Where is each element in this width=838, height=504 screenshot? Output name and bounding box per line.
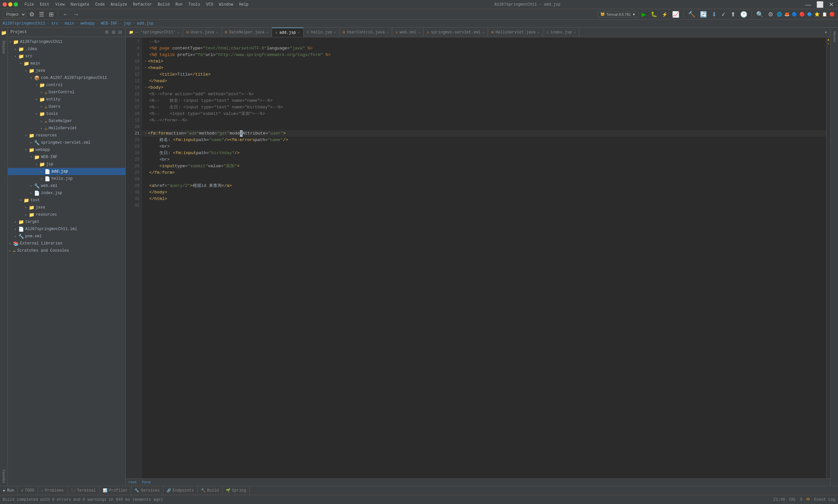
bc-webapp[interactable]: webapp (81, 21, 95, 26)
tab-datehelper[interactable]: D DateHelper.java ✕ (221, 28, 272, 37)
tab-close-springmvc[interactable]: ✕ (177, 31, 179, 34)
tree-item-web-xml[interactable]: ▸🔧web.xml (8, 182, 125, 190)
event-log-btn[interactable]: Event Log (814, 498, 835, 502)
code-line-28[interactable] (142, 176, 826, 183)
sidebar-layout-btn[interactable]: ⊞ (111, 29, 116, 35)
code-line-20[interactable] (142, 124, 826, 130)
menu-view[interactable]: View (53, 0, 68, 9)
tree-item-jsp[interactable]: ▾📁jsp (8, 161, 125, 168)
tree-item-tools[interactable]: ▾📁tools (8, 110, 125, 118)
code-line-29[interactable]: <a href="query/2">根据id 来查询</a> (142, 183, 826, 189)
bc-main[interactable]: main (65, 21, 74, 26)
bottom-tab-profiler[interactable]: 📊 Profiler (100, 486, 131, 495)
tree-item-webapp[interactable]: ▾📁webapp (8, 146, 125, 154)
menu-code[interactable]: Code (93, 0, 107, 9)
code-line-31[interactable]: </html> (142, 196, 826, 202)
tree-item-ext-libs[interactable]: ▸📚External Libraries (8, 240, 125, 247)
bottom-tab-run[interactable]: ▶ Run (0, 486, 18, 495)
tree-item-idea[interactable]: ▸📁.idea (8, 46, 125, 53)
favorites-panel-btn[interactable]: Favorites (2, 468, 5, 484)
tree-item-index-jsp[interactable]: ▸📄index.jsp (8, 190, 125, 197)
code-line-32[interactable] (142, 202, 826, 209)
warning-indicator[interactable]: ▲ (827, 38, 829, 41)
tree-item-resources[interactable]: ▾📁resources (8, 132, 125, 139)
icon-star[interactable]: ⭐ (814, 11, 820, 18)
bc-webinf[interactable]: WEB-INF (101, 21, 117, 26)
menu-navigate[interactable]: Navigate (68, 0, 92, 9)
window-controls[interactable] (3, 2, 18, 6)
status-position[interactable]: 21:40 (773, 498, 785, 502)
tree-item-src[interactable]: ▾📁src (8, 53, 125, 60)
restore-window[interactable]: ⬜ (815, 1, 825, 8)
code-line-9[interactable]: <%@ taglib prefix="fm" uri="http://www.s… (142, 52, 826, 58)
debug-btn[interactable]: 🐛 (649, 11, 659, 18)
tab-close-indexjsp[interactable]: ✕ (574, 31, 576, 34)
maximize-button[interactable] (14, 2, 18, 6)
code-line-22[interactable]: 姓名: <fm:input path="name"/><fm:errors pa… (142, 137, 826, 143)
bc-src[interactable]: src (51, 21, 58, 26)
close-button[interactable] (3, 2, 7, 6)
tab-webxml[interactable]: x web.xml ✕ (392, 28, 424, 37)
code-line-15[interactable]: <%--<form action="add" method="post">--%… (142, 91, 826, 97)
tab-close-helloservlet[interactable]: ✕ (537, 31, 539, 34)
history-btn[interactable]: 🕐 (738, 11, 749, 18)
build-btn[interactable]: 🔨 (687, 11, 697, 18)
push-btn[interactable]: ⬆ (729, 11, 737, 18)
toolbar-settings[interactable]: ⚙ (28, 11, 36, 18)
code-line-16[interactable]: <%-- 姓名: <input type="text" name="name">… (142, 97, 826, 104)
maven-label[interactable]: Maven (833, 29, 836, 45)
tab-springmvc[interactable]: 📁 — 'springmvcCh11' ✕ (126, 28, 183, 37)
code-line-30[interactable]: </body> (142, 189, 826, 196)
icon-opera[interactable]: 🔴 (799, 11, 805, 18)
code-line-11[interactable]: ▾<head> (142, 65, 826, 71)
tree-item-HelloServlet[interactable]: ▸☕HelloServlet (8, 125, 125, 132)
menu-run[interactable]: Run (173, 0, 185, 9)
structure-panel-btn[interactable]: Structure (2, 39, 5, 55)
code-line-24[interactable]: 生日: <fm:input path="birthday"/> (142, 150, 826, 157)
tab-close-hellojsp[interactable]: ✕ (334, 31, 336, 34)
code-line-13[interactable]: </head> (142, 78, 826, 85)
bottom-tab-todo[interactable]: # TODO (18, 486, 38, 495)
toolbar-view[interactable]: ⊞ (47, 11, 55, 18)
tab-close-usercontrol[interactable]: ✕ (387, 31, 389, 34)
editor-code[interactable]: --%><%@ page contentType="text/html;char… (142, 37, 826, 479)
bottom-tab-endpoints[interactable]: 🔗 Endpoints (163, 486, 198, 495)
tab-close-webxml[interactable]: ✕ (418, 31, 420, 34)
code-line-12[interactable]: <title>Title</title> (142, 71, 826, 78)
tab-close-datehelper[interactable]: ✕ (266, 31, 268, 34)
tab-helloservlet[interactable]: H HelloServlet.java ✕ (488, 28, 543, 37)
tree-item-main[interactable]: ▾📁main (8, 60, 125, 67)
tree-item-pom[interactable]: ▸🔧pom.xml (8, 233, 125, 240)
code-line-17[interactable]: <%-- 生日: <input type="text" name="birthd… (142, 104, 826, 111)
tabs-overflow[interactable]: ▾ (822, 29, 830, 36)
code-line-8[interactable]: <%@ page contentType="text/html;charset=… (142, 45, 826, 52)
menu-build[interactable]: Build (155, 0, 172, 9)
tree-item-WEBINF[interactable]: ▾📁WEB-INF (8, 154, 125, 161)
tree-item-scratches[interactable]: ▸✏️Scratches and Consoles (8, 247, 125, 254)
nav-forward[interactable]: → (71, 11, 81, 18)
tree-item-test[interactable]: ▾📁test (8, 197, 125, 204)
tree-item-Users[interactable]: ▸☕Users (8, 103, 125, 110)
bottom-tab-build[interactable]: 🔨 Build (198, 486, 222, 495)
tree-item-hello-jsp[interactable]: ▸📄hello.jsp (8, 175, 125, 182)
tree-item-springmvc-servlet[interactable]: ▸🔧springmvc-servlet.xml (8, 139, 125, 146)
menu-refactor[interactable]: Refactor (130, 0, 155, 9)
bottom-tab-terminal[interactable]: ⬛ Terminal (68, 486, 100, 495)
icon-chrome[interactable]: 🌐 (776, 11, 783, 18)
tomcat-config-btn[interactable]: 🐱 Tomcat 8.5.781 ▼ (598, 11, 639, 17)
menu-analyze[interactable]: Analyze (108, 0, 130, 9)
tab-close-users[interactable]: ✕ (216, 31, 218, 34)
run-btn[interactable]: ▶ (640, 11, 648, 18)
fold-icon[interactable]: ▾ (145, 130, 147, 137)
bottom-tab-problems[interactable]: ⚠ Problems (38, 486, 68, 495)
code-line-25[interactable]: <br> (142, 157, 826, 163)
bc-jsp[interactable]: jsp (124, 21, 131, 26)
icon-copy[interactable]: 📋 (821, 11, 828, 18)
coverage-btn[interactable]: ⚡ (660, 12, 669, 17)
close-window[interactable]: ✕ (827, 1, 835, 8)
icon-edge[interactable]: 🔵 (791, 11, 798, 18)
code-line-18[interactable]: <%-- <input type="submit" value="添加">--%… (142, 111, 826, 117)
bc-project[interactable]: A1207springmvcCh11 (3, 21, 45, 26)
tab-addjsp[interactable]: a add.jsp ✕ (272, 28, 303, 37)
tab-close-addjsp[interactable]: ✕ (298, 31, 300, 35)
